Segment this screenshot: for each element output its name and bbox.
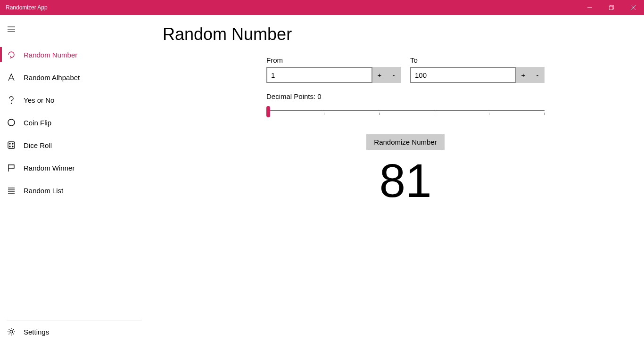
close-button[interactable] xyxy=(622,0,644,15)
svg-point-8 xyxy=(8,119,15,126)
sidebar-item-label: Random List xyxy=(24,187,63,195)
page-title: Random Number xyxy=(163,24,625,44)
to-minus-button[interactable]: - xyxy=(530,67,545,83)
sidebar-item-random-alphabet[interactable]: Random Alhpabet xyxy=(0,66,144,89)
close-icon xyxy=(631,5,636,10)
slider-thumb[interactable] xyxy=(266,106,270,117)
svg-point-11 xyxy=(12,143,13,144)
controls: From + - To + - Decimal Points: xyxy=(266,56,545,204)
decimal-slider[interactable] xyxy=(266,106,545,120)
slider-track xyxy=(269,110,545,111)
alphabet-icon xyxy=(7,73,16,82)
to-plus-button[interactable]: + xyxy=(516,67,530,83)
main: Random Number From + - To + - xyxy=(144,15,644,343)
question-icon xyxy=(7,95,16,105)
nav-items: Random Number Random Alhpabet Yes or No … xyxy=(0,43,144,202)
from-plus-button[interactable]: + xyxy=(372,67,387,83)
sidebar-bottom: Settings xyxy=(7,320,142,343)
sidebar-item-random-winner[interactable]: Random Winner xyxy=(0,156,144,179)
svg-point-7 xyxy=(11,103,12,104)
sidebar-item-label: Random Winner xyxy=(24,164,74,172)
list-icon xyxy=(7,186,16,195)
to-field-group: To + - xyxy=(410,56,545,83)
svg-point-13 xyxy=(12,146,13,147)
random-number-icon xyxy=(7,50,16,59)
sidebar-item-label: Dice Roll xyxy=(24,141,52,149)
flag-icon xyxy=(7,163,16,172)
maximize-button[interactable] xyxy=(601,0,622,15)
minimize-icon xyxy=(587,5,592,10)
gear-icon xyxy=(7,327,16,336)
sidebar-item-yes-or-no[interactable]: Yes or No xyxy=(0,89,144,111)
to-input[interactable] xyxy=(410,67,516,83)
randomize-button[interactable]: Randomize Number xyxy=(366,134,444,150)
result-number: 81 xyxy=(266,157,545,204)
from-minus-button[interactable]: - xyxy=(387,67,401,83)
svg-point-12 xyxy=(9,146,10,147)
sidebar-item-label: Coin Flip xyxy=(24,119,51,127)
sidebar-item-random-list[interactable]: Random List xyxy=(0,179,144,202)
sidebar-item-label: Random Number xyxy=(24,51,77,59)
svg-rect-9 xyxy=(8,142,15,148)
maximize-icon xyxy=(609,5,614,10)
svg-point-19 xyxy=(10,330,13,333)
sidebar-item-label: Yes or No xyxy=(24,96,54,104)
minimize-button[interactable] xyxy=(579,0,601,15)
from-input[interactable] xyxy=(266,67,372,83)
svg-rect-1 xyxy=(609,6,613,10)
sidebar-item-label: Random Alhpabet xyxy=(24,74,80,82)
hamburger-icon xyxy=(8,26,15,32)
sidebar-item-settings[interactable]: Settings xyxy=(7,320,142,343)
svg-point-10 xyxy=(9,143,10,144)
app-title: Randomizer App xyxy=(6,4,579,11)
from-field-group: From + - xyxy=(266,56,401,83)
coin-icon xyxy=(7,118,16,127)
decimal-points-label: Decimal Points: 0 xyxy=(266,92,545,100)
hamburger-button[interactable] xyxy=(0,20,23,39)
to-label: To xyxy=(410,56,545,64)
dice-icon xyxy=(7,140,16,150)
titlebar: Randomizer App xyxy=(0,0,644,15)
sidebar-item-dice-roll[interactable]: Dice Roll xyxy=(0,134,144,156)
sidebar-item-random-number[interactable]: Random Number xyxy=(0,43,144,66)
sidebar-item-coin-flip[interactable]: Coin Flip xyxy=(0,111,144,134)
slider-ticks xyxy=(269,113,545,115)
sidebar-item-label: Settings xyxy=(24,328,49,336)
from-label: From xyxy=(266,56,401,64)
sidebar: Random Number Random Alhpabet Yes or No … xyxy=(0,15,144,343)
content: Random Number Random Alhpabet Yes or No … xyxy=(0,15,644,343)
window-controls xyxy=(579,0,644,15)
